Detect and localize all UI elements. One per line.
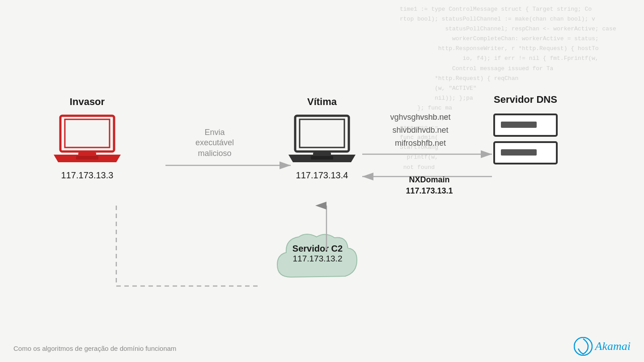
svg-rect-10: [60, 116, 114, 152]
vitima-label: Vítima: [307, 96, 337, 108]
akamai-logo: Akamai: [574, 337, 631, 356]
dns-node: Servidor DNS: [490, 94, 561, 168]
invasor-label: Invasor: [70, 96, 105, 108]
main-content: Invasor 117.173.13.3 Envia executável ma…: [0, 0, 644, 362]
dns-label: Servidor DNS: [494, 94, 557, 105]
dns-domains-label: vghvsghvshb.net shivbdihvdb.net mifrosbh…: [371, 111, 470, 149]
akamai-text: Akamai: [595, 340, 631, 353]
caption: Como os algoritmos de geração de domínio…: [13, 345, 176, 352]
vitima-ip: 117.173.13.4: [296, 170, 348, 181]
svg-rect-13: [76, 156, 98, 160]
invasor-ip: 117.173.13.3: [61, 170, 114, 181]
send-label: Envia executável malicioso: [186, 127, 244, 159]
svg-rect-14: [295, 116, 349, 152]
c2-ip: 117.173.13.2: [292, 254, 343, 264]
c2-label: Servidor C2: [292, 244, 343, 254]
svg-rect-19: [501, 122, 537, 128]
akamai-logo-icon: [574, 337, 593, 356]
invasor-node: Invasor 117.173.13.3: [51, 96, 123, 181]
invasor-laptop-icon: [51, 112, 123, 166]
svg-point-22: [574, 337, 592, 355]
c2-node: Servidor C2 117.173.13.2: [273, 228, 362, 290]
arrows-svg: [0, 0, 644, 362]
svg-rect-17: [311, 156, 333, 160]
svg-rect-21: [501, 149, 537, 156]
svg-rect-15: [300, 119, 344, 147]
dns-server-icon: [490, 110, 561, 168]
nxdomain-label: NXDomain 117.173.13.1: [385, 174, 474, 197]
svg-rect-11: [65, 119, 110, 147]
vitima-node: Vítima 117.173.13.4: [286, 96, 358, 181]
vitima-laptop-icon: [286, 112, 358, 166]
